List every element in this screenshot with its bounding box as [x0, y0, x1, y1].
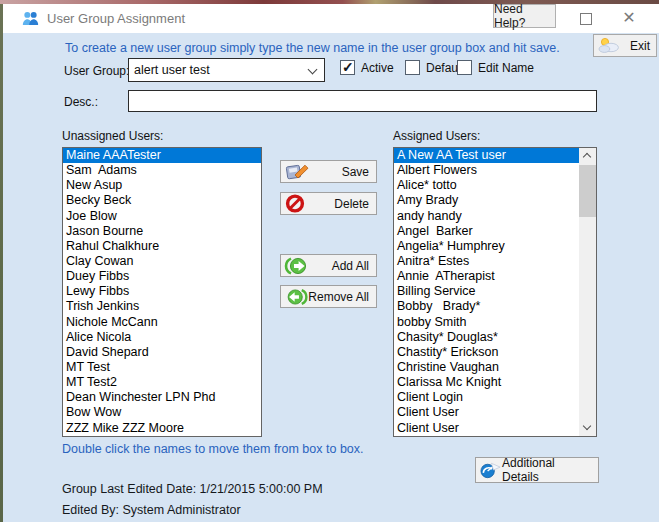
- client-area: To create a new user group simply type t…: [3, 33, 659, 522]
- remove-all-button[interactable]: Remove All: [280, 285, 377, 308]
- list-item[interactable]: Chasity* Douglas*: [394, 330, 579, 345]
- user-group-assignment-window: User Group Assignment Need Help? ✕ To cr…: [0, 0, 659, 522]
- save-label: Save: [342, 165, 369, 179]
- additional-details-label: Additional Details: [502, 456, 591, 484]
- list-item[interactable]: Client Login: [394, 390, 579, 405]
- gauge-icon: [479, 461, 502, 479]
- assigned-users-label: Assigned Users:: [393, 129, 480, 143]
- list-item[interactable]: Rahul Chalkhure: [63, 239, 261, 254]
- list-item[interactable]: Amy Brady: [394, 193, 579, 208]
- need-help-label: Need Help?: [494, 2, 555, 30]
- list-item[interactable]: New Asup: [63, 178, 261, 193]
- sun-cloud-icon: [598, 37, 620, 54]
- list-item[interactable]: Bobby Brady*: [394, 299, 579, 314]
- list-item[interactable]: Client User: [394, 421, 579, 436]
- active-checkbox-label: Active: [361, 61, 394, 75]
- list-item[interactable]: Clarissa Mc Knight: [394, 375, 579, 390]
- list-item[interactable]: Becky Beck: [63, 193, 261, 208]
- list-item[interactable]: Sam Adams: [63, 163, 261, 178]
- save-icon: [284, 162, 310, 181]
- remove-all-label: Remove All: [308, 290, 369, 304]
- user-group-value: alert user test: [129, 63, 210, 77]
- unassigned-users-label: Unassigned Users:: [62, 129, 163, 143]
- close-button[interactable]: ✕: [619, 8, 639, 28]
- list-item[interactable]: Annie ATherapist: [394, 269, 579, 284]
- list-item[interactable]: Client User: [394, 405, 579, 420]
- list-item[interactable]: Albert Flowers: [394, 163, 579, 178]
- unassigned-users-list[interactable]: Maine AAATesterSam AdamsNew AsupBecky Be…: [62, 147, 262, 437]
- scrollbar-thumb[interactable]: [579, 165, 596, 217]
- assigned-rows: A New AA Test userAlbert FlowersAlice* t…: [394, 148, 579, 436]
- desc-label: Desc.:: [64, 95, 98, 109]
- list-item[interactable]: Trish Jenkins: [63, 299, 261, 314]
- list-item[interactable]: Billing Service: [394, 284, 579, 299]
- list-item[interactable]: ZZZ Mike ZZZ Moore: [63, 421, 261, 436]
- user-group-icon: [22, 10, 39, 27]
- edit-name-checkbox-label: Edit Name: [478, 61, 534, 75]
- list-item[interactable]: Nichole McCann: [63, 315, 261, 330]
- list-item[interactable]: Maine AAATester: [63, 148, 261, 163]
- list-item[interactable]: David Shepard: [63, 345, 261, 360]
- list-item[interactable]: Bow Wow: [63, 405, 261, 420]
- list-item[interactable]: Alice Nicola: [63, 330, 261, 345]
- list-item[interactable]: Lewy Fibbs: [63, 284, 261, 299]
- active-checkbox-box[interactable]: [340, 60, 355, 75]
- list-item[interactable]: Alice* totto: [394, 178, 579, 193]
- list-item[interactable]: Angelia* Humphrey: [394, 239, 579, 254]
- add-all-label: Add All: [332, 259, 369, 273]
- default-checkbox-box[interactable]: [405, 60, 420, 75]
- unassigned-rows: Maine AAATesterSam AdamsNew AsupBecky Be…: [63, 148, 261, 436]
- title-bar: User Group Assignment Need Help? ✕: [3, 4, 659, 33]
- maximize-button[interactable]: [580, 13, 592, 25]
- window-title: User Group Assignment: [47, 11, 185, 26]
- desc-field[interactable]: [128, 90, 597, 112]
- list-item[interactable]: Christine Vaughan: [394, 360, 579, 375]
- save-button[interactable]: Save: [280, 160, 377, 183]
- list-item[interactable]: MT Test: [63, 360, 261, 375]
- last-edited-text: Group Last Edited Date: 1/21/2015 5:00:0…: [62, 482, 323, 496]
- edit-name-checkbox[interactable]: Edit Name: [457, 60, 534, 75]
- exit-button[interactable]: Exit: [593, 34, 657, 57]
- assigned-users-list[interactable]: A New AA Test userAlbert FlowersAlice* t…: [393, 147, 597, 437]
- assigned-list-scrollbar[interactable]: [579, 148, 596, 436]
- list-item[interactable]: A New AA Test user: [394, 148, 579, 163]
- list-item[interactable]: MT Test2: [63, 375, 261, 390]
- chevron-up-icon: [583, 153, 591, 161]
- list-item[interactable]: Joe Blow: [63, 209, 261, 224]
- edited-by-text: Edited By: System Administrator: [62, 503, 241, 517]
- user-group-label: User Group:: [64, 64, 129, 78]
- arrow-left-icon: [284, 288, 308, 306]
- list-item[interactable]: Duey Fibbs: [63, 269, 261, 284]
- need-help-button[interactable]: Need Help?: [493, 4, 556, 28]
- user-group-combobox[interactable]: alert user test: [128, 58, 325, 82]
- delete-label: Delete: [334, 197, 369, 211]
- add-all-button[interactable]: Add All: [280, 254, 377, 277]
- edit-name-checkbox-box[interactable]: [457, 60, 472, 75]
- exit-label: Exit: [630, 39, 650, 53]
- double-click-hint: Double click the names to move them from…: [62, 442, 364, 456]
- active-checkbox[interactable]: Active: [340, 60, 394, 75]
- list-item[interactable]: bobby Smith: [394, 315, 579, 330]
- list-item[interactable]: Anitra* Estes: [394, 254, 579, 269]
- arrow-right-icon: [284, 257, 310, 275]
- list-item[interactable]: Clay Cowan: [63, 254, 261, 269]
- list-item[interactable]: Dean Winchester LPN Phd: [63, 390, 261, 405]
- list-item[interactable]: andy handy: [394, 209, 579, 224]
- list-item[interactable]: Chastity* Erickson: [394, 345, 579, 360]
- default-checkbox[interactable]: Default: [405, 60, 464, 75]
- chevron-down-icon: [308, 65, 318, 75]
- delete-icon: [284, 194, 306, 213]
- scroll-up-button[interactable]: [579, 148, 596, 164]
- list-item[interactable]: Jason Bourne: [63, 224, 261, 239]
- list-item[interactable]: Angel Barker: [394, 224, 579, 239]
- additional-details-button[interactable]: Additional Details: [475, 457, 599, 483]
- delete-button[interactable]: Delete: [280, 192, 377, 215]
- instruction-text: To create a new user group simply type t…: [65, 41, 560, 55]
- chevron-down-icon: [583, 422, 591, 430]
- scroll-down-button[interactable]: [579, 420, 596, 436]
